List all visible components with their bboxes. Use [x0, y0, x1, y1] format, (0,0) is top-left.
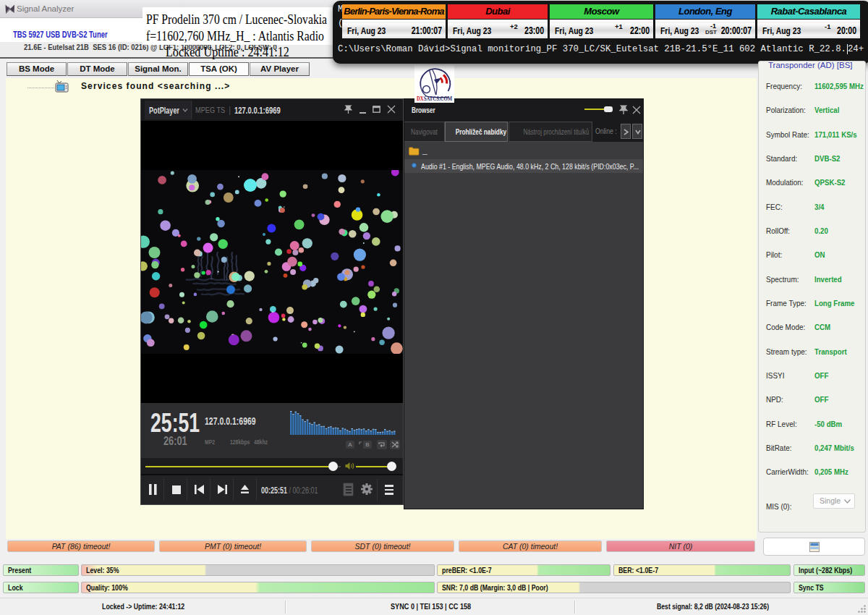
svg-text:DXSATCS.COM: DXSATCS.COM [417, 95, 452, 102]
